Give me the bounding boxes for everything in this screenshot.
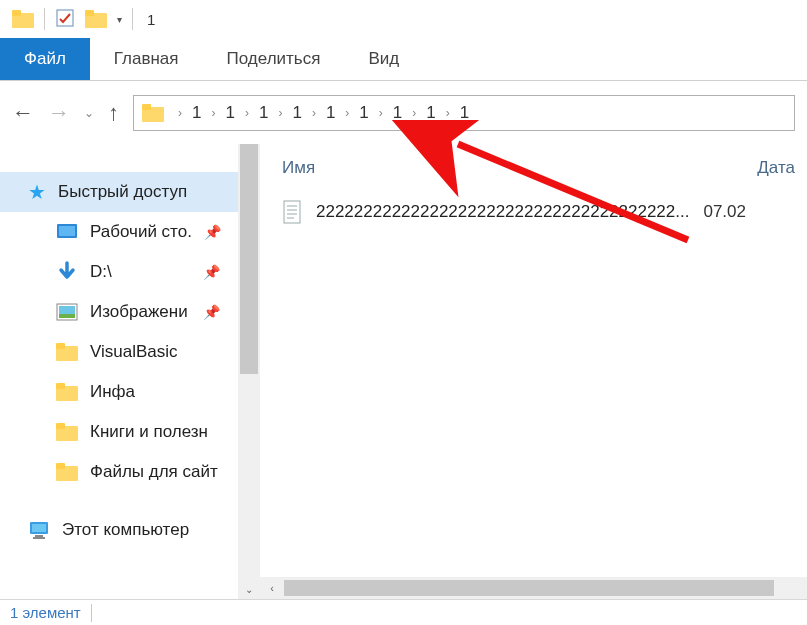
- breadcrumb-sep[interactable]: ›: [245, 106, 249, 120]
- sidebar-spacer: [0, 492, 238, 510]
- text-file-icon: [282, 200, 302, 224]
- svg-rect-10: [59, 306, 75, 314]
- sidebar-item-sitefiles[interactable]: Файлы для сайт: [0, 452, 238, 492]
- pin-icon: 📌: [203, 304, 220, 320]
- sidebar-scrollbar[interactable]: ⌄: [238, 144, 260, 599]
- window-title: 1: [147, 11, 155, 28]
- titlebar-divider: [44, 8, 45, 30]
- scrollbar-track[interactable]: [284, 577, 807, 599]
- scrollbar-thumb[interactable]: [240, 144, 258, 374]
- breadcrumb-sep[interactable]: ›: [345, 106, 349, 120]
- svg-rect-6: [142, 104, 151, 110]
- qat-properties-icon[interactable]: [55, 8, 75, 31]
- sidebar-item-label: Файлы для сайт: [90, 462, 218, 482]
- ribbon-tabs: Файл Главная Поделиться Вид: [0, 38, 807, 81]
- column-headers: Имя Дата: [260, 144, 807, 192]
- sidebar-item-books[interactable]: Книги и полезн: [0, 412, 238, 452]
- breadcrumb-segment[interactable]: 1: [460, 103, 469, 123]
- breadcrumb-segment[interactable]: 1: [192, 103, 201, 123]
- breadcrumb-sep[interactable]: ›: [178, 106, 182, 120]
- sidebar-container: ★ Быстрый доступ Рабочий сто. 📌 D:\ 📌 Из…: [0, 144, 260, 599]
- pin-icon: 📌: [204, 224, 221, 240]
- scroll-left-icon[interactable]: ‹: [260, 582, 284, 594]
- address-folder-icon: [142, 104, 164, 122]
- svg-rect-15: [56, 383, 65, 389]
- file-name: 22222222222222222222222222222222222222..…: [316, 202, 689, 222]
- breadcrumb-segment[interactable]: 1: [426, 103, 435, 123]
- navigation-bar: ← → ⌄ ↑ › 1 › 1 › 1 › 1 › 1 › 1 › 1 › 1 …: [0, 81, 807, 144]
- scroll-down-icon[interactable]: ⌄: [238, 581, 260, 599]
- sidebar-item-label: D:\: [90, 262, 112, 282]
- sidebar-item-label: Инфа: [90, 382, 135, 402]
- sidebar-item-pictures[interactable]: Изображени 📌: [0, 292, 238, 332]
- tab-view[interactable]: Вид: [344, 38, 423, 80]
- history-dropdown[interactable]: ⌄: [84, 106, 94, 120]
- pictures-icon: [56, 303, 78, 321]
- column-header-date[interactable]: Дата: [757, 158, 807, 178]
- breadcrumb-segment[interactable]: 1: [359, 103, 368, 123]
- svg-rect-13: [56, 343, 65, 349]
- column-header-name[interactable]: Имя: [282, 158, 697, 178]
- tab-share[interactable]: Поделиться: [203, 38, 345, 80]
- folder-icon: [56, 423, 78, 441]
- forward-button[interactable]: →: [48, 100, 70, 126]
- title-bar: ▾ 1: [0, 0, 807, 38]
- svg-rect-2: [57, 10, 73, 26]
- sidebar-item-thispc[interactable]: Этот компьютер: [0, 510, 238, 550]
- svg-rect-11: [59, 314, 75, 318]
- scrollbar-thumb[interactable]: [284, 580, 774, 596]
- breadcrumb-sep[interactable]: ›: [211, 106, 215, 120]
- svg-rect-1: [12, 10, 21, 16]
- breadcrumb-segment[interactable]: 1: [393, 103, 402, 123]
- pin-icon: 📌: [203, 264, 220, 280]
- sidebar-item-info[interactable]: Инфа: [0, 372, 238, 412]
- breadcrumb-sep[interactable]: ›: [379, 106, 383, 120]
- address-bar[interactable]: › 1 › 1 › 1 › 1 › 1 › 1 › 1 › 1 › 1: [133, 95, 795, 131]
- app-folder-icon: [12, 10, 34, 28]
- sidebar-item-desktop[interactable]: Рабочий сто. 📌: [0, 212, 238, 252]
- breadcrumb-sep[interactable]: ›: [278, 106, 282, 120]
- svg-rect-24: [284, 201, 300, 223]
- breadcrumb-segment[interactable]: 1: [225, 103, 234, 123]
- up-button[interactable]: ↑: [108, 100, 119, 126]
- file-row[interactable]: 22222222222222222222222222222222222222..…: [282, 196, 807, 228]
- tab-file[interactable]: Файл: [0, 38, 90, 80]
- folder-icon: [56, 343, 78, 361]
- navigation-pane: ★ Быстрый доступ Рабочий сто. 📌 D:\ 📌 Из…: [0, 144, 238, 599]
- sidebar-item-visualbasic[interactable]: VisualBasic: [0, 332, 238, 372]
- back-button[interactable]: ←: [12, 100, 34, 126]
- download-arrow-icon: [56, 261, 78, 283]
- desktop-icon: [56, 223, 78, 241]
- file-date: 07.02: [703, 202, 746, 222]
- sidebar-item-label: Быстрый доступ: [58, 182, 187, 202]
- sidebar-item-label: VisualBasic: [90, 342, 178, 362]
- breadcrumb-sep[interactable]: ›: [312, 106, 316, 120]
- svg-rect-22: [35, 535, 43, 537]
- sidebar-item-label: Книги и полезн: [90, 422, 208, 442]
- sidebar-item-label: Изображени: [90, 302, 188, 322]
- breadcrumb-sep[interactable]: ›: [412, 106, 416, 120]
- tab-home[interactable]: Главная: [90, 38, 203, 80]
- star-icon: ★: [28, 180, 46, 204]
- folder-icon: [56, 463, 78, 481]
- svg-rect-17: [56, 423, 65, 429]
- folder-icon: [56, 383, 78, 401]
- sidebar-item-drive-d[interactable]: D:\ 📌: [0, 252, 238, 292]
- breadcrumb-segment[interactable]: 1: [292, 103, 301, 123]
- horizontal-scrollbar[interactable]: ‹: [260, 577, 807, 599]
- qat-customize-icon[interactable]: ▾: [117, 14, 122, 25]
- main-area: ★ Быстрый доступ Рабочий сто. 📌 D:\ 📌 Из…: [0, 144, 807, 599]
- qat-newfolder-icon[interactable]: [85, 10, 107, 28]
- sidebar-item-quickaccess[interactable]: ★ Быстрый доступ: [0, 172, 238, 212]
- breadcrumb-segment[interactable]: 1: [259, 103, 268, 123]
- status-item-count: 1 элемент: [10, 604, 81, 621]
- status-bar: 1 элемент: [0, 599, 807, 625]
- breadcrumb-segment[interactable]: 1: [326, 103, 335, 123]
- sidebar-item-label: Рабочий сто.: [90, 222, 192, 242]
- svg-rect-19: [56, 463, 65, 469]
- svg-rect-8: [59, 226, 75, 236]
- pc-icon: [28, 520, 50, 540]
- breadcrumb-sep[interactable]: ›: [446, 106, 450, 120]
- svg-rect-4: [85, 10, 94, 16]
- sidebar-item-label: Этот компьютер: [62, 520, 189, 540]
